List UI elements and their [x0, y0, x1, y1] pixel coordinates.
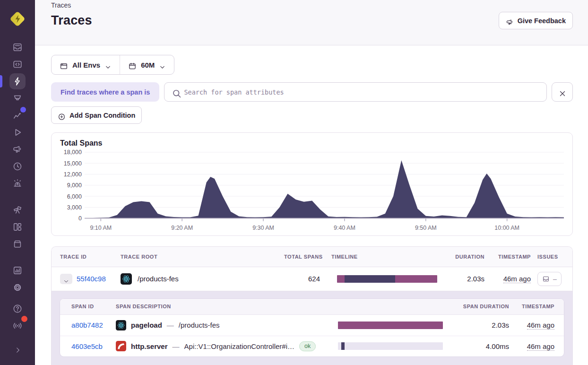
- broadcast-icon: [12, 321, 23, 331]
- span-row: 4603e5cbhttp.server—Api::V1::Organizatio…: [60, 336, 564, 356]
- span-status-badge: ok: [299, 341, 316, 351]
- sidebar-nav: [9, 39, 26, 296]
- trace-id-link[interactable]: 55f40c98: [77, 275, 106, 283]
- sidebar-item-gear[interactable]: [9, 279, 26, 295]
- span-attribute-search: [164, 82, 547, 102]
- main-area: Traces Traces Give Feedback All Envs 60M: [35, 0, 588, 365]
- span-duration-bar: [338, 322, 443, 329]
- sidebar-collapse-button[interactable]: [9, 342, 26, 358]
- sidebar-item-clock[interactable]: [9, 158, 26, 174]
- calendar-icon: [128, 61, 137, 69]
- span-timestamp[interactable]: 46m ago: [527, 342, 554, 351]
- trace-duration: 2.03s: [444, 275, 489, 283]
- blue-notification-dot: [20, 107, 26, 113]
- content: All Envs 60M Find traces where a span is: [35, 45, 588, 365]
- span-description: /products-fes: [179, 321, 220, 329]
- react-icon: [116, 320, 126, 330]
- page-filter-bar: All Envs 60M: [51, 55, 174, 75]
- traces-table-header: TRACE IDTRACE ROOTTOTAL SPANSTIMELINEDUR…: [52, 247, 572, 267]
- issues-empty-dash: –: [553, 275, 557, 283]
- layout-icon: [12, 222, 23, 232]
- close-icon: [558, 88, 567, 96]
- sidebar-item-telescope[interactable]: [9, 202, 26, 218]
- trace-root-label: /products-fes: [138, 275, 179, 283]
- sidebar-footer: [9, 300, 26, 358]
- column-header-issues: ISSUES: [537, 254, 564, 260]
- sidebar-item-help[interactable]: [9, 301, 26, 317]
- svg-text:6,000: 6,000: [67, 193, 82, 200]
- environment-filter-button[interactable]: All Envs: [52, 55, 120, 74]
- sidebar-item-stats[interactable]: [9, 262, 26, 278]
- chevron-down-icon: [104, 61, 112, 69]
- chevron-down-icon: [63, 276, 69, 282]
- give-feedback-button[interactable]: Give Feedback: [499, 12, 573, 29]
- sidebar-item-prism[interactable]: [9, 90, 26, 106]
- svg-text:10:00 AM: 10:00 AM: [494, 225, 519, 231]
- clear-search-button[interactable]: [552, 82, 573, 102]
- span-op: pageload: [131, 321, 162, 329]
- total-spans-value: 624: [284, 275, 331, 283]
- span-timestamp[interactable]: 46m ago: [527, 321, 554, 330]
- trace-issues-button[interactable]: –: [537, 272, 562, 286]
- trace-timestamp[interactable]: 46m ago: [503, 275, 531, 283]
- search-icon: [171, 88, 179, 96]
- spans-table: SPAN IDSPAN DESCRIPTIONSPAN DURATIONTIME…: [60, 298, 564, 357]
- svg-text:15,000: 15,000: [64, 160, 82, 167]
- app: Traces Traces Give Feedback All Envs 60M: [0, 0, 588, 365]
- svg-text:18,000: 18,000: [64, 149, 82, 156]
- chevron-down-icon: [159, 61, 166, 69]
- spans-table-header: SPAN IDSPAN DESCRIPTIONSPAN DURATIONTIME…: [60, 299, 564, 315]
- chart-title: Total Spans: [60, 139, 564, 148]
- sidebar-item-broadcast[interactable]: [9, 318, 26, 334]
- sidebar-item-megaphone[interactable]: [9, 141, 26, 157]
- add-span-condition-button[interactable]: Add Span Condition: [51, 106, 142, 124]
- sidebar-item-code-folder[interactable]: [9, 56, 26, 72]
- expanded-trace-panel: SPAN IDSPAN DESCRIPTIONSPAN DURATIONTIME…: [52, 291, 572, 365]
- ruby-icon: [116, 341, 126, 351]
- issues-icon: [12, 42, 23, 52]
- trace-row: 55f40c98 /products-fes 624 2.03s 46m ago: [52, 267, 572, 291]
- svg-text:3,000: 3,000: [67, 204, 82, 211]
- span-duration-value: 2.03s: [443, 321, 509, 329]
- svg-text:12,000: 12,000: [64, 171, 82, 178]
- svg-text:9:10 AM: 9:10 AM: [90, 225, 112, 231]
- window-icon: [60, 61, 68, 69]
- svg-text:9,000: 9,000: [67, 182, 82, 189]
- query-builder-row: Find traces where a span is: [51, 82, 573, 102]
- sidebar-item-siren[interactable]: [9, 175, 26, 191]
- red-notification-dot: [21, 316, 27, 322]
- clock-icon: [12, 161, 23, 172]
- find-traces-chip: Find traces where a span is: [51, 82, 159, 102]
- collapse-trace-button[interactable]: [60, 274, 72, 284]
- sidebar-item-play[interactable]: [9, 124, 26, 140]
- column-header-trace-id: TRACE ID: [60, 254, 121, 260]
- span-id-link[interactable]: 4603e5cb: [71, 342, 103, 350]
- column-header-timestamp: TIMESTAMP: [509, 304, 556, 309]
- traces-table: TRACE IDTRACE ROOTTOTAL SPANSTIMELINEDUR…: [51, 246, 573, 365]
- sidebar-item-chart-line[interactable]: [9, 107, 26, 123]
- issue-tray-icon: [542, 275, 550, 283]
- sidebar-item-issues[interactable]: [9, 39, 26, 55]
- sentry-logo-icon[interactable]: [8, 9, 27, 28]
- chevron-right-icon: [14, 346, 22, 354]
- column-header-span-duration: SPAN DURATION: [443, 304, 509, 309]
- span-id-link[interactable]: a80b7482: [71, 321, 103, 329]
- trace-timeline-bar: [337, 275, 437, 283]
- total-spans-chart: 03,0006,0009,00012,00015,00018,0009:10 A…: [60, 148, 564, 235]
- spans-table-body: a80b7482pageload—/products-fes2.03s46m a…: [60, 315, 564, 356]
- column-header-span-id: SPAN ID: [68, 304, 116, 309]
- search-input[interactable]: [184, 88, 540, 96]
- column-header-timeline: TIMELINE: [331, 254, 444, 260]
- megaphone-icon: [506, 17, 514, 25]
- siren-icon: [12, 178, 23, 189]
- sidebar-item-layout[interactable]: [9, 219, 26, 235]
- active-nav-indicator: [0, 75, 2, 87]
- sidebar-item-archive[interactable]: [9, 236, 26, 252]
- sidebar-item-lightning[interactable]: [9, 73, 26, 89]
- telescope-icon: [12, 205, 23, 215]
- prism-icon: [12, 93, 23, 104]
- svg-text:9:50 AM: 9:50 AM: [415, 225, 437, 231]
- column-header-total-spans: TOTAL SPANS: [284, 254, 331, 260]
- time-range-filter-button[interactable]: 60M: [120, 55, 174, 74]
- bar-segment: [341, 342, 345, 350]
